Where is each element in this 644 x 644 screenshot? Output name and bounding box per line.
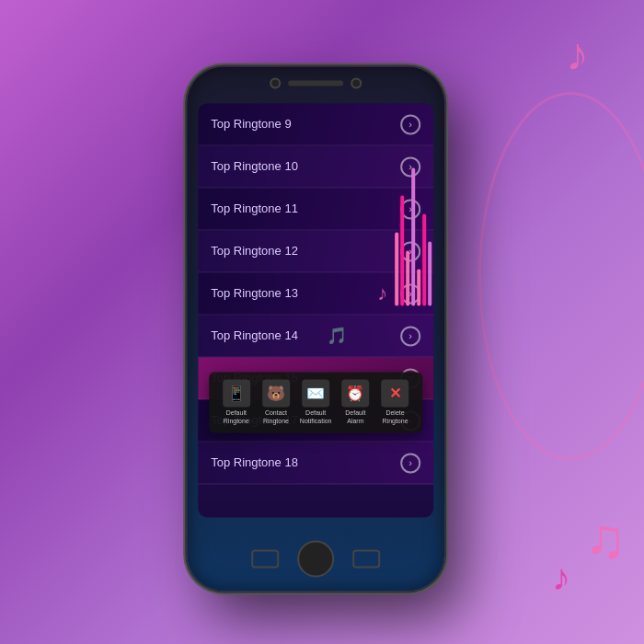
- eq-bar-6: [422, 213, 426, 305]
- eq-bar-1: [395, 232, 398, 305]
- ringtone-label: Top Ringtone 12: [211, 244, 298, 258]
- context-label: Default Ringtone: [218, 410, 255, 426]
- context-label: Delete Ringtone: [377, 410, 414, 426]
- phone-camera: [270, 77, 281, 88]
- eq-bar-4: [411, 167, 415, 305]
- context-label: Default Notification: [297, 410, 334, 426]
- menu-button[interactable]: [352, 549, 380, 568]
- list-item[interactable]: Top Ringtone 18 ›: [198, 442, 433, 484]
- context-menu-default-ringtone[interactable]: 📱 Default Ringtone: [218, 380, 255, 426]
- alarm-icon: ⏰: [341, 380, 369, 408]
- context-menu-notification[interactable]: ✉️ Default Notification: [297, 380, 334, 426]
- ringtone-label: Top Ringtone 9: [211, 117, 291, 131]
- ringtone-arrow[interactable]: ›: [400, 326, 420, 346]
- deco-note-bottom-2: ♪: [552, 557, 570, 598]
- list-item[interactable]: Top Ringtone 14 🎵 ›: [198, 315, 433, 357]
- ringtone-label: Top Ringtone 13: [211, 286, 298, 300]
- deco-note-top: ♪: [566, 28, 589, 81]
- eq-bar-2: [400, 195, 404, 305]
- phone-speaker: [288, 80, 343, 86]
- music-note-icon-2: 🎵: [327, 326, 347, 346]
- phone-camera-front: [351, 77, 362, 88]
- back-button[interactable]: [251, 549, 279, 568]
- bear-icon: 🐻: [262, 380, 290, 408]
- music-note-icon: ♪: [377, 282, 387, 305]
- eq-bar-3: [406, 250, 409, 305]
- mail-icon: ✉️: [302, 380, 329, 408]
- phone-body: Top Ringtone 9 › Top Ringtone 10 › Top R…: [187, 66, 444, 591]
- deco-note-bottom-1: ♫: [584, 507, 626, 570]
- phone-screen: Top Ringtone 9 › Top Ringtone 10 › Top R…: [198, 103, 433, 517]
- ringtone-label: Top Ringtone 18: [211, 455, 298, 469]
- eq-bar-5: [417, 269, 420, 305]
- context-label: Contact Ringtone: [258, 410, 294, 426]
- ringtone-arrow[interactable]: ›: [400, 453, 420, 473]
- ringtone-label: Top Ringtone 10: [211, 159, 298, 173]
- phone-icon: 📱: [223, 380, 250, 408]
- eq-bars: [395, 121, 431, 305]
- phone-camera-area: [270, 77, 362, 88]
- ringtone-label: Top Ringtone 14: [211, 328, 298, 342]
- context-menu-alarm[interactable]: ⏰ Default Alarm: [337, 380, 374, 426]
- eq-bar-7: [428, 241, 431, 305]
- home-button[interactable]: [297, 540, 334, 577]
- context-menu: 📱 Default Ringtone 🐻 Contact Ringtone ✉️…: [209, 373, 422, 433]
- ringtone-label: Top Ringtone 11: [211, 201, 298, 215]
- deco-wave-right: [478, 92, 644, 460]
- context-menu-delete[interactable]: ✕ Delete Ringtone: [377, 380, 414, 426]
- delete-icon: ✕: [382, 380, 409, 408]
- context-menu-contact-ringtone[interactable]: 🐻 Contact Ringtone: [258, 380, 294, 426]
- phone-wrapper: Top Ringtone 9 › Top Ringtone 10 › Top R…: [159, 48, 472, 618]
- context-label: Default Alarm: [337, 410, 374, 426]
- phone-bottom-buttons: [251, 540, 380, 577]
